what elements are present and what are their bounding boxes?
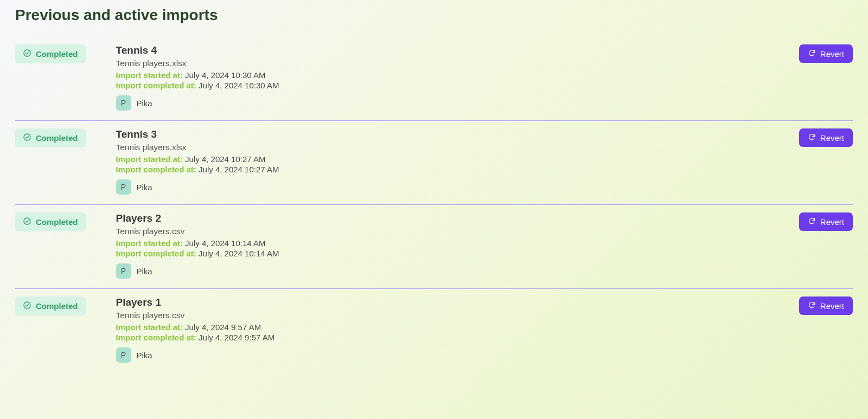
revert-button[interactable]: Revert [799,128,853,147]
import-user: P Pika [116,179,769,195]
check-circle-icon [23,133,31,143]
import-completed-label: Import completed at: [116,81,196,90]
import-started-value: July 4, 2024 9:57 AM [185,323,261,332]
status-label: Completed [36,301,78,311]
import-started-value: July 4, 2024 10:14 AM [185,238,265,248]
check-circle-icon [23,301,31,311]
import-user: P Pika [116,347,769,363]
import-completed-label: Import completed at: [116,249,196,258]
import-row: Completed Tennis 3 Tennis players.xlsx I… [15,121,853,205]
avatar: P [116,95,131,111]
status-label: Completed [36,217,78,227]
import-user: P Pika [116,263,769,279]
import-completed-value: July 4, 2024 10:30 AM [199,81,279,90]
page-title: Previous and active imports [15,7,853,24]
status-badge: Completed [15,212,86,231]
refresh-icon [808,217,816,227]
import-started-label: Import started at: [116,323,183,332]
import-title: Players 2 [116,212,769,224]
import-filename: Tennis players.csv [116,311,769,320]
import-completed-value: July 4, 2024 10:14 AM [199,249,279,258]
refresh-icon [808,49,816,59]
user-name: Pika [137,267,152,276]
import-row: Completed Players 2 Tennis players.csv I… [15,205,853,289]
status-label: Completed [36,133,78,143]
revert-button[interactable]: Revert [799,212,853,231]
user-name: Pika [137,351,152,360]
import-started-label: Import started at: [116,70,183,80]
check-circle-icon [23,217,31,227]
import-started-label: Import started at: [116,238,183,248]
import-filename: Tennis players.xlsx [116,59,769,68]
import-completed-label: Import completed at: [116,333,196,342]
import-started-label: Import started at: [116,154,183,164]
status-label: Completed [36,49,78,59]
svg-point-2 [24,218,30,224]
import-title: Players 1 [116,296,769,308]
imports-list: Completed Tennis 4 Tennis players.xlsx I… [15,37,853,372]
avatar: P [116,347,131,363]
revert-button[interactable]: Revert [799,296,853,315]
import-started-value: July 4, 2024 10:27 AM [185,154,265,164]
revert-button-label: Revert [820,133,844,143]
svg-point-3 [24,302,30,308]
import-title: Tennis 4 [116,44,769,56]
svg-point-0 [24,50,30,56]
user-name: Pika [137,183,152,192]
import-row: Completed Players 1 Tennis players.csv I… [15,289,853,372]
status-badge: Completed [15,128,86,147]
import-filename: Tennis players.csv [116,227,769,236]
avatar: P [116,179,131,195]
refresh-icon [808,301,816,311]
check-circle-icon [23,49,31,59]
refresh-icon [808,133,816,143]
import-completed-label: Import completed at: [116,165,196,174]
import-title: Tennis 3 [116,128,769,140]
status-badge: Completed [15,44,86,63]
avatar: P [116,263,131,279]
revert-button-label: Revert [820,301,844,311]
import-completed-value: July 4, 2024 10:27 AM [199,165,279,174]
revert-button-label: Revert [820,217,844,227]
import-user: P Pika [116,95,769,111]
import-started-value: July 4, 2024 10:30 AM [185,70,265,80]
revert-button-label: Revert [820,49,844,59]
user-name: Pika [137,99,152,108]
import-filename: Tennis players.xlsx [116,143,769,152]
svg-point-1 [24,134,30,140]
import-row: Completed Tennis 4 Tennis players.xlsx I… [15,37,853,121]
revert-button[interactable]: Revert [799,44,853,63]
import-completed-value: July 4, 2024 9:57 AM [199,333,275,342]
status-badge: Completed [15,296,86,315]
